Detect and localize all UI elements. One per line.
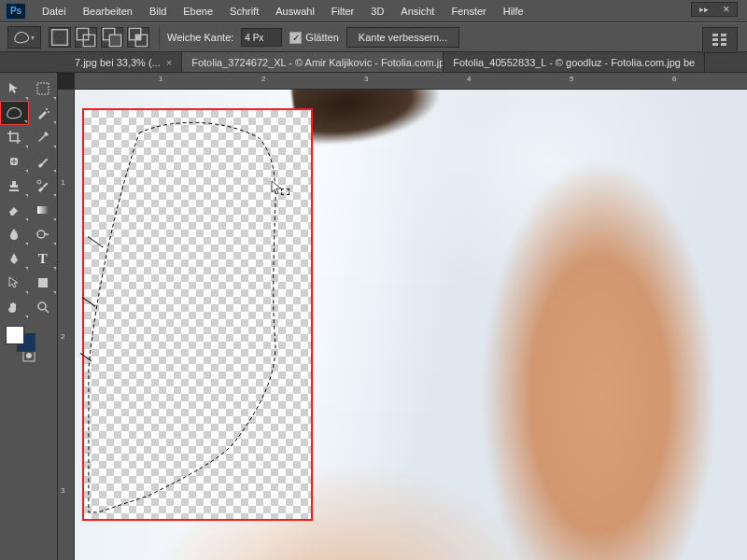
svg-point-15 xyxy=(46,108,48,110)
shape-tool[interactable] xyxy=(29,271,58,295)
ruler-tick: 2 xyxy=(61,332,64,341)
history-brush-tool[interactable] xyxy=(29,174,58,198)
sel-add-icon[interactable] xyxy=(75,27,97,48)
ruler-tick: 5 xyxy=(570,75,573,83)
tab-label: Fotolia_40552833_L - © goodluz - Fotolia… xyxy=(453,57,695,68)
magic-wand-tool[interactable] xyxy=(29,101,58,125)
lasso-tool[interactable] xyxy=(0,101,29,125)
app-logo: Ps xyxy=(6,3,26,20)
type-tool[interactable]: T xyxy=(29,246,58,271)
ruler-horizontal[interactable]: 1 2 3 4 5 6 xyxy=(75,73,747,90)
menu-3d[interactable]: 3D xyxy=(362,3,392,20)
document-tab[interactable]: 7.jpg bei 33,3% (... × xyxy=(65,52,182,72)
ruler-tick: 6 xyxy=(672,75,676,83)
brush-tool[interactable] xyxy=(29,149,58,174)
ruler-vertical[interactable]: 1 2 3 xyxy=(58,90,75,560)
svg-point-24 xyxy=(26,353,32,358)
svg-point-22 xyxy=(38,302,46,310)
menu-layer[interactable]: Ebene xyxy=(175,3,221,20)
ruler-tick: 3 xyxy=(364,75,368,83)
floating-selection-window[interactable] xyxy=(82,108,313,521)
healing-tool[interactable] xyxy=(0,149,29,174)
document-canvas[interactable] xyxy=(75,90,747,560)
sel-new-icon[interactable] xyxy=(49,27,71,48)
svg-rect-19 xyxy=(37,206,49,214)
sel-sub-icon[interactable] xyxy=(101,27,123,48)
antialias-label: Glätten xyxy=(305,32,338,43)
ruler-tick: 1 xyxy=(159,75,162,83)
menu-window[interactable]: Fenster xyxy=(443,3,494,20)
menu-filter[interactable]: Filter xyxy=(323,3,362,20)
panel-collapse-toggle[interactable]: ▸▸ ✕ xyxy=(691,2,738,17)
menu-type[interactable]: Schrift xyxy=(221,3,267,20)
marquee-tool[interactable] xyxy=(29,77,58,101)
ruler-tick: 2 xyxy=(261,75,265,83)
toolbox: T xyxy=(0,73,58,560)
workspace: T 1 2 3 4 5 6 1 2 3 xyxy=(0,73,747,560)
collapse-left-icon: ▸▸ xyxy=(699,5,709,14)
svg-rect-12 xyxy=(721,38,726,41)
svg-rect-8 xyxy=(712,34,718,36)
svg-rect-0 xyxy=(52,30,68,46)
menu-image[interactable]: Bild xyxy=(141,3,175,20)
tab-close-icon[interactable]: × xyxy=(166,57,172,68)
tab-label: Fotolia_3724672_XL - © Amir Kaljikovic -… xyxy=(191,57,444,68)
svg-point-18 xyxy=(37,180,41,184)
svg-point-16 xyxy=(48,111,49,113)
check-icon: ✓ xyxy=(289,32,302,44)
menu-file[interactable]: Datei xyxy=(34,3,75,20)
menu-bar: Ps Datei Bearbeiten Bild Ebene Schrift A… xyxy=(0,0,747,22)
svg-rect-11 xyxy=(721,34,726,36)
options-bar: ▾ Weiche Kante: 4 Px ✓ Glätten Kante ver… xyxy=(0,22,747,52)
hand-tool[interactable] xyxy=(0,295,29,319)
svg-point-20 xyxy=(37,231,45,238)
menu-view[interactable]: Ansicht xyxy=(392,3,443,20)
document-tab[interactable]: Fotolia_40552833_L - © goodluz - Fotolia… xyxy=(444,52,705,72)
eraser-tool[interactable] xyxy=(0,198,29,222)
document-tab-bar: 7.jpg bei 33,3% (... × Fotolia_3724672_X… xyxy=(0,52,747,73)
sel-intersect-icon[interactable] xyxy=(127,27,149,48)
feather-label: Weiche Kante: xyxy=(167,32,233,43)
selection-mode-group xyxy=(49,27,160,48)
antialias-checkbox[interactable]: ✓ Glätten xyxy=(289,32,338,44)
blur-tool[interactable] xyxy=(0,222,29,246)
svg-rect-13 xyxy=(721,43,726,46)
active-tool-icon[interactable]: ▾ xyxy=(7,26,41,49)
svg-rect-9 xyxy=(712,38,718,41)
dodge-tool[interactable] xyxy=(29,222,58,246)
refine-edge-button[interactable]: Kante verbessern... xyxy=(346,27,459,48)
crop-tool[interactable] xyxy=(0,125,29,149)
svg-rect-10 xyxy=(712,43,718,46)
path-select-tool[interactable] xyxy=(0,271,29,295)
document-tab[interactable]: Fotolia_3724672_XL - © Amir Kaljikovic -… xyxy=(182,52,444,72)
foreground-color[interactable] xyxy=(6,326,24,344)
move-tool[interactable] xyxy=(0,77,29,101)
close-icon: ✕ xyxy=(723,5,730,14)
stamp-tool[interactable] xyxy=(0,174,29,198)
pen-tool[interactable] xyxy=(0,246,29,271)
selection-marching-ants xyxy=(84,110,311,516)
svg-rect-14 xyxy=(37,83,49,94)
svg-rect-7 xyxy=(135,35,141,40)
svg-rect-21 xyxy=(38,278,48,287)
ruler-tick: 4 xyxy=(467,75,471,83)
svg-rect-4 xyxy=(109,35,120,46)
menu-select[interactable]: Auswahl xyxy=(267,3,323,20)
feather-field[interactable]: 4 Px xyxy=(241,28,282,47)
zoom-tool[interactable] xyxy=(29,295,58,319)
ruler-tick: 1 xyxy=(61,178,64,187)
canvas-area: 1 2 3 4 5 6 1 2 3 xyxy=(58,73,747,560)
menu-help[interactable]: Hilfe xyxy=(495,3,532,20)
ruler-tick: 3 xyxy=(61,486,64,495)
panel-options-icon[interactable] xyxy=(702,27,738,53)
menu-edit[interactable]: Bearbeiten xyxy=(75,3,141,20)
eyedropper-tool[interactable] xyxy=(29,125,58,149)
gradient-tool[interactable] xyxy=(29,198,58,222)
tab-label: 7.jpg bei 33,3% (... xyxy=(75,57,161,68)
